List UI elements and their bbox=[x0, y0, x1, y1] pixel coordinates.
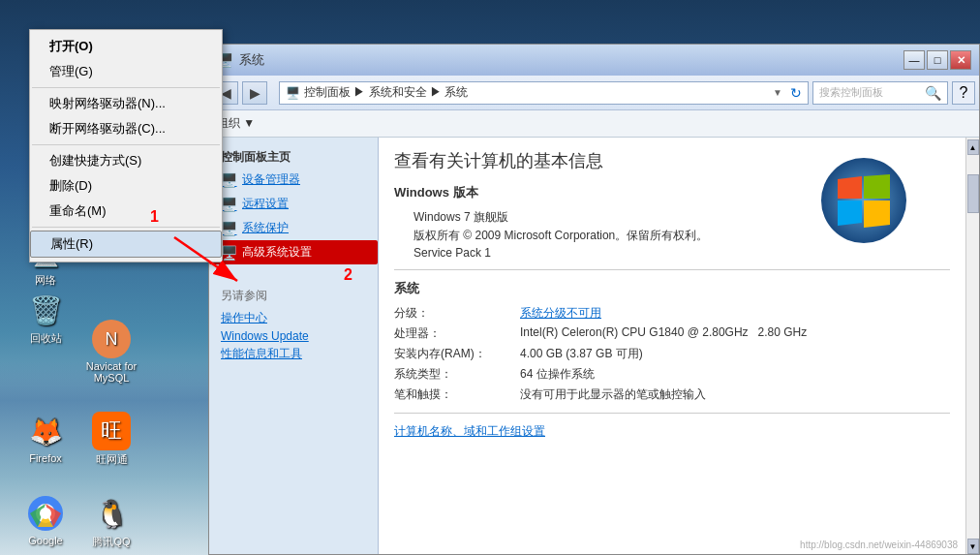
desktop-icon-firefox[interactable]: 🦊 Firefox bbox=[15, 412, 77, 464]
menu-item-delete[interactable]: 删除(D) bbox=[30, 173, 222, 199]
minimize-button[interactable]: — bbox=[903, 50, 925, 70]
remote-settings-icon: 🖥️ bbox=[221, 197, 236, 212]
forward-button[interactable]: ▶ bbox=[242, 81, 267, 105]
divider-1 bbox=[394, 269, 950, 270]
also-see-performance[interactable]: 性能信息和工具 bbox=[221, 346, 366, 362]
chrome-icon bbox=[26, 494, 65, 533]
info-row-system-type: 系统类型： 64 位操作系统 bbox=[394, 366, 950, 383]
scroll-thumb[interactable] bbox=[967, 174, 979, 213]
indicator-number-2: 2 bbox=[344, 266, 352, 284]
scroll-up-button[interactable]: ▲ bbox=[967, 139, 979, 155]
scroll-down-button[interactable]: ▼ bbox=[967, 539, 979, 554]
svg-point-2 bbox=[40, 508, 51, 519]
info-row-rating: 分级： 系统分级不可用 bbox=[394, 305, 950, 322]
scrollbar[interactable]: ▲ ▼ bbox=[965, 138, 979, 554]
ram-value: 4.00 GB (3.87 GB 可用) bbox=[520, 346, 643, 362]
menu-item-open[interactable]: 打开(O) bbox=[30, 34, 222, 59]
firefox-icon: 🦊 bbox=[26, 412, 65, 450]
help-button[interactable]: ? bbox=[952, 81, 975, 105]
menu-separator-1 bbox=[32, 87, 220, 88]
info-row-pen-touch: 笔和触摸： 没有可用于此显示器的笔或触控输入 bbox=[394, 386, 950, 403]
pen-touch-value: 没有可用于此显示器的笔或触控输入 bbox=[520, 386, 706, 403]
computer-name-link[interactable]: 计算机名称、域和工作组设置 bbox=[394, 423, 950, 440]
sidebar-link-device-manager[interactable]: 🖥️ 设备管理器 bbox=[209, 168, 378, 192]
desktop-icon-navicat[interactable]: N Navicat forMySQL bbox=[80, 320, 142, 384]
desktop: 🖥️ 网络 M MindMaster 🗑️ 回收站 N Navicat forM… bbox=[0, 0, 980, 555]
info-row-ram: 安装内存(RAM)： 4.00 GB (3.87 GB 可用) bbox=[394, 346, 950, 362]
menu-item-create-shortcut[interactable]: 创建快捷方式(S) bbox=[30, 148, 222, 173]
window-title: 系统 bbox=[239, 51, 264, 69]
menu-item-disconnect-drive[interactable]: 断开网络驱动器(C)... bbox=[30, 116, 222, 141]
window-toolbar: ◀ ▶ 🖥️ 控制面板 ▶ 系统和安全 ▶ 系统 ▼ ↻ 搜索控制面板 🔍 ? bbox=[209, 76, 979, 110]
menu-separator-2 bbox=[32, 144, 220, 145]
menu-item-rename[interactable]: 重命名(M) bbox=[30, 199, 222, 224]
svg-line-4 bbox=[174, 237, 237, 281]
windows-logo bbox=[820, 157, 907, 244]
also-see-action-center[interactable]: 操作中心 bbox=[221, 310, 366, 326]
qq-icon: 🐧 bbox=[92, 494, 131, 533]
info-row-processor: 处理器： Intel(R) Celeron(R) CPU G1840 @ 2.8… bbox=[394, 325, 950, 342]
desktop-icon-recycle-bin[interactable]: 🗑️ 回收站 bbox=[15, 291, 77, 346]
wangwang-icon: 旺 bbox=[92, 412, 131, 450]
window-content: 控制面板主页 🖥️ 设备管理器 🖥️ 远程设置 🖥️ 系统保护 🖥️ 高级系统设… bbox=[209, 138, 979, 554]
maximize-button[interactable]: □ bbox=[927, 50, 948, 70]
menu-item-manage[interactable]: 管理(G) bbox=[30, 59, 222, 84]
menu-item-map-drive[interactable]: 映射网络驱动器(N)... bbox=[30, 91, 222, 116]
recycle-bin-icon: 🗑️ bbox=[26, 291, 65, 329]
also-see-windows-update[interactable]: Windows Update bbox=[221, 329, 366, 343]
device-manager-icon: 🖥️ bbox=[221, 172, 236, 188]
address-bar[interactable]: 🖥️ 控制面板 ▶ 系统和安全 ▶ 系统 ▼ ↻ bbox=[279, 81, 809, 105]
system-type-value: 64 位操作系统 bbox=[520, 366, 595, 383]
processor-value: Intel(R) Celeron(R) CPU G1840 @ 2.80GHz … bbox=[520, 325, 807, 342]
close-button[interactable]: ✕ bbox=[950, 50, 971, 70]
menu-separator-3 bbox=[32, 227, 220, 228]
sidebar-header: 控制面板主页 bbox=[209, 145, 378, 168]
navicat-icon: N bbox=[92, 320, 131, 358]
context-menu: 打开(O) 管理(G) 映射网络驱动器(N)... 断开网络驱动器(C)... … bbox=[29, 29, 223, 262]
indicator-number-1: 1 bbox=[150, 208, 159, 226]
sidebar: 控制面板主页 🖥️ 设备管理器 🖥️ 远程设置 🖥️ 系统保护 🖥️ 高级系统设… bbox=[209, 138, 379, 554]
sidebar-link-remote-settings[interactable]: 🖥️ 远程设置 bbox=[209, 192, 378, 216]
explorer-window: 🖥️ 系统 — □ ✕ ◀ ▶ 🖥️ 控制面板 ▶ 系统和安全 ▶ 系统 ▼ ↻ bbox=[208, 44, 980, 555]
bottom-url: http://blog.csdn.net/weixin-44869038 bbox=[800, 540, 958, 550]
indicator-arrow bbox=[169, 232, 247, 297]
rating-value[interactable]: 系统分级不可用 bbox=[520, 305, 601, 322]
system-section-title: 系统 bbox=[394, 280, 950, 297]
search-bar[interactable]: 搜索控制面板 🔍 bbox=[812, 81, 948, 105]
desktop-icon-chrome[interactable]: Google bbox=[15, 494, 77, 546]
divider-2 bbox=[394, 413, 950, 414]
breadcrumb: 控制面板 ▶ 系统和安全 ▶ 系统 bbox=[304, 84, 468, 101]
desktop-icon-qq[interactable]: 🐧 腾讯QQ bbox=[80, 494, 142, 549]
service-pack-text: Service Pack 1 bbox=[394, 246, 950, 260]
window-titlebar: 🖥️ 系统 — □ ✕ bbox=[209, 45, 979, 76]
desktop-icon-wangwang[interactable]: 旺 旺网通 bbox=[80, 412, 142, 467]
window-controls: — □ ✕ bbox=[903, 50, 971, 70]
main-content: 查看有关计算机的基本信息 Windows 版本 Windows 7 旗舰版 版权… bbox=[379, 138, 965, 554]
